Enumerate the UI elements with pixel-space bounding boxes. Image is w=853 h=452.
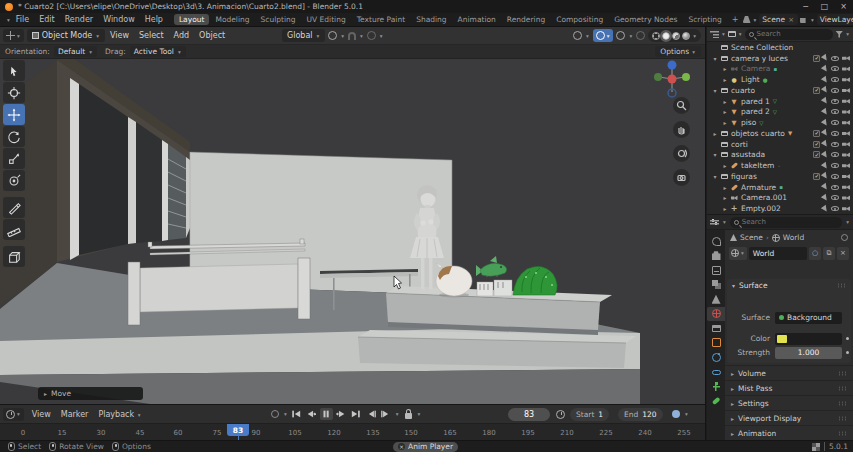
tab-armature-data[interactable] (707, 379, 725, 394)
shading-rendered-icon[interactable] (682, 32, 690, 40)
panel-mist-pass[interactable]: ▸Mist Pass (725, 380, 853, 395)
filter-collection-icon[interactable] (728, 31, 736, 37)
select-toggle-icon[interactable] (821, 118, 829, 126)
expand-arrow[interactable] (721, 119, 729, 126)
hide-viewport-icon[interactable] (831, 195, 839, 200)
playhead[interactable]: 83 (227, 424, 249, 436)
tab-geometry-nodes[interactable]: Geometry Nodes (609, 14, 682, 25)
tab-compositing[interactable]: Compositing (551, 14, 608, 25)
tab-scene[interactable] (707, 292, 725, 307)
disable-render-icon[interactable] (842, 185, 850, 190)
disable-render-icon[interactable] (842, 77, 850, 82)
menu-help[interactable]: Help (140, 15, 168, 24)
panel-viewport-display[interactable]: ▸Viewport Display (725, 410, 853, 425)
surface-panel-header[interactable]: ▾ Surface (727, 279, 851, 292)
select-toggle-icon[interactable] (821, 75, 829, 83)
expand-arrow[interactable] (721, 65, 729, 72)
proportional-editing-icon[interactable] (367, 31, 376, 40)
disable-render-icon[interactable] (842, 142, 850, 147)
disable-render-icon[interactable] (842, 206, 850, 211)
select-toggle-icon[interactable] (821, 97, 829, 105)
panel-drag-dots[interactable] (837, 283, 846, 288)
menu-window[interactable]: Window (98, 15, 140, 24)
disable-render-icon[interactable] (842, 163, 850, 168)
menu-file[interactable]: File (11, 15, 34, 24)
tab-tool[interactable] (707, 234, 725, 249)
select-toggle-icon[interactable] (821, 151, 829, 159)
disable-render-icon[interactable] (842, 152, 850, 157)
tool-move[interactable] (3, 104, 25, 125)
overlays-icon[interactable] (616, 31, 625, 40)
select-toggle-icon[interactable] (821, 65, 829, 73)
close-button[interactable]: × (834, 2, 853, 11)
properties-search-input[interactable]: Search (730, 217, 842, 228)
collection-checkbox[interactable] (813, 55, 820, 62)
expand-arrow[interactable] (721, 162, 729, 169)
expand-arrow[interactable] (711, 130, 719, 137)
tool-rotate[interactable] (3, 126, 25, 147)
jump-to-end-button[interactable] (350, 408, 363, 420)
outliner-row-camera[interactable]: Camera▪ (707, 64, 853, 75)
collection-checkbox[interactable] (813, 130, 820, 137)
hide-viewport-icon[interactable] (831, 185, 839, 190)
strength-slider[interactable]: 1.000 (775, 347, 842, 359)
world-name-field[interactable]: World (749, 247, 807, 260)
axis-z-handle[interactable] (668, 61, 677, 70)
surface-shader-dropdown[interactable]: Background (775, 312, 842, 324)
outliner-row-takeitem[interactable]: takeItem◦ (707, 160, 853, 171)
outliner-row-asustada[interactable]: asustada (707, 150, 853, 161)
collection-checkbox[interactable] (813, 87, 820, 94)
hide-viewport-icon[interactable] (831, 174, 839, 179)
tool-cursor[interactable] (3, 82, 25, 103)
camera-view-icon[interactable] (673, 169, 690, 186)
tab-shading[interactable]: Shading (411, 14, 451, 25)
hide-viewport-icon[interactable] (831, 131, 839, 136)
expand-arrow[interactable] (711, 173, 719, 180)
next-keyframe-button[interactable] (335, 408, 348, 420)
viewlayer-icon[interactable] (800, 16, 808, 23)
hide-viewport-icon[interactable] (831, 56, 839, 61)
transform-orientation-dropdown[interactable]: Global▾ (282, 29, 325, 42)
hide-viewport-icon[interactable] (831, 206, 839, 211)
select-toggle-icon[interactable] (821, 194, 829, 202)
outliner-row-camera-y-luces[interactable]: camera y luces (707, 53, 853, 64)
tab-collection[interactable] (707, 321, 725, 336)
outliner-row-objetos-cuarto[interactable]: objetos cuarto▼ (707, 128, 853, 139)
menu-add[interactable]: Add (169, 31, 195, 40)
current-frame-field[interactable]: 83 (508, 408, 550, 421)
panel-volume[interactable]: ▸Volume (725, 365, 853, 380)
hide-viewport-icon[interactable] (831, 142, 839, 147)
lock-icon[interactable] (402, 408, 415, 420)
outliner-row-camera-001[interactable]: Camera.001 (707, 193, 853, 204)
color-field[interactable] (775, 333, 842, 345)
expand-arrow[interactable] (721, 98, 729, 105)
select-toggle-icon[interactable] (821, 86, 829, 94)
outliner-row-piso[interactable]: piso▽ (707, 117, 853, 128)
tool-select-box[interactable] (3, 60, 25, 81)
tab-world[interactable] (707, 307, 725, 322)
hide-viewport-icon[interactable] (831, 99, 839, 104)
viewlayer-selector[interactable]: ViewLayer× (817, 14, 853, 25)
disable-render-icon[interactable] (842, 109, 850, 114)
display-mode-icon[interactable] (710, 30, 719, 38)
animate-property-dot[interactable] (846, 337, 849, 340)
select-toggle-icon[interactable] (821, 140, 829, 148)
tab-constraints[interactable] (707, 365, 725, 380)
zoom-icon[interactable] (673, 97, 690, 114)
tool-add-cube[interactable] (3, 246, 25, 267)
collection-checkbox[interactable] (813, 141, 820, 148)
hide-viewport-icon[interactable] (831, 152, 839, 157)
hide-viewport-icon[interactable] (831, 109, 839, 114)
disable-render-icon[interactable] (842, 174, 850, 179)
timeline-menu-marker[interactable]: Marker (56, 410, 94, 419)
disable-render-icon[interactable] (842, 120, 850, 125)
shading-wireframe-icon[interactable] (652, 32, 660, 40)
disable-render-icon[interactable] (842, 99, 850, 104)
snap-magnet-icon[interactable] (348, 32, 356, 40)
pin-icon[interactable] (841, 234, 848, 241)
scene-icon[interactable] (743, 16, 751, 23)
animate-property-dot[interactable] (846, 351, 849, 354)
minimize-button[interactable]: − (796, 2, 815, 11)
pan-hand-icon[interactable] (673, 121, 690, 138)
fake-user-button[interactable]: ○ (809, 247, 821, 260)
